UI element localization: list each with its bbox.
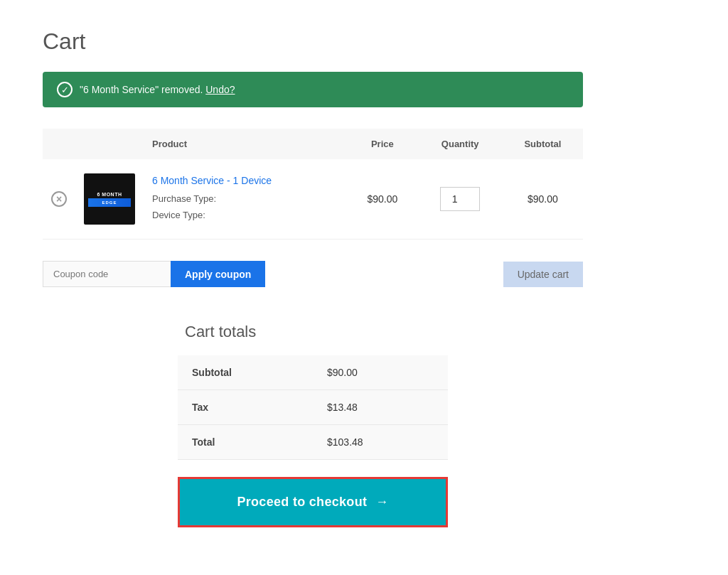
table-row: × 6 MONTH EDGE 6 Month Service - 1 Devic… (43, 159, 583, 240)
page-title: Cart (43, 28, 685, 55)
thumb-bar-text: EDGE (102, 200, 117, 205)
col-price: Price (347, 129, 418, 159)
apply-coupon-button[interactable]: Apply coupon (171, 261, 265, 287)
product-link[interactable]: 6 Month Service - 1 Device (152, 175, 338, 186)
checkout-label: Proceed to checkout (237, 495, 367, 510)
arrow-icon: → (375, 495, 388, 510)
thumb-bar: EDGE (88, 198, 131, 207)
col-product: Product (144, 129, 347, 159)
notification-text: "6 Month Service" removed. Undo? (80, 84, 235, 95)
tax-row: Tax $13.48 (178, 390, 448, 425)
product-meta: Purchase Type: Device Type: (152, 190, 338, 224)
coupon-input[interactable] (43, 261, 171, 287)
cart-totals-section: Cart totals Subtotal $90.00 Tax $13.48 T… (43, 323, 583, 527)
total-row: Total $103.48 (178, 425, 448, 460)
checkout-btn-wrapper: Proceed to checkout → (178, 477, 448, 527)
product-price: $90.00 (347, 159, 418, 240)
col-image (75, 129, 144, 159)
product-info: 6 Month Service - 1 Device Purchase Type… (152, 175, 338, 224)
quantity-input[interactable] (440, 187, 480, 211)
remove-item-button[interactable]: × (51, 191, 67, 207)
update-cart-button[interactable]: Update cart (503, 262, 583, 287)
col-remove (43, 129, 75, 159)
checkout-button[interactable]: Proceed to checkout → (178, 477, 448, 527)
product-subtotal: $90.00 (503, 159, 583, 240)
totals-table: Subtotal $90.00 Tax $13.48 Total $103.48 (178, 355, 448, 460)
thumb-top-text: 6 MONTH (97, 192, 122, 197)
tax-value: $13.48 (313, 390, 448, 425)
undo-link[interactable]: Undo? (205, 84, 235, 95)
col-subtotal: Subtotal (503, 129, 583, 159)
total-label: Total (178, 425, 313, 460)
cart-table: Product Price Quantity Subtotal × 6 MONT… (43, 129, 583, 240)
product-thumbnail: 6 MONTH EDGE (84, 173, 135, 225)
subtotal-value: $90.00 (313, 355, 448, 390)
col-quantity: Quantity (418, 129, 503, 159)
coupon-row: Apply coupon Update cart (43, 254, 583, 294)
coupon-left: Apply coupon (43, 261, 265, 287)
notification-bar: ✓ "6 Month Service" removed. Undo? (43, 72, 583, 107)
check-icon: ✓ (57, 82, 73, 97)
cart-totals-title: Cart totals (185, 323, 256, 341)
tax-label: Tax (178, 390, 313, 425)
quantity-cell (418, 159, 503, 240)
total-value: $103.48 (313, 425, 448, 460)
subtotal-row: Subtotal $90.00 (178, 355, 448, 390)
subtotal-label: Subtotal (178, 355, 313, 390)
